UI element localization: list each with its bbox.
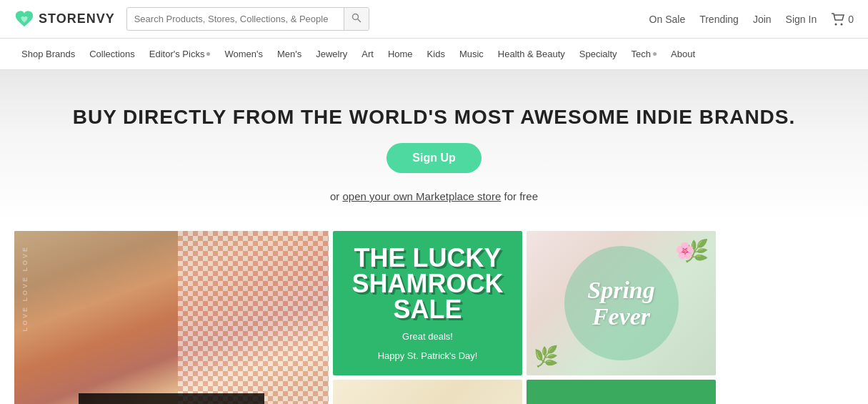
leaf-bottom-left: 🌿 (534, 345, 559, 368)
nav-jewelry[interactable]: Jewelry (309, 39, 354, 69)
shamrock-bottom-banner[interactable]: 🍀 🍀 (527, 380, 716, 404)
search-input[interactable] (127, 9, 344, 29)
logo-icon (14, 9, 34, 29)
open-store-link[interactable]: open your own Marketplace store (343, 190, 502, 202)
svg-line-1 (357, 19, 361, 23)
svg-point-0 (352, 14, 358, 20)
on-sale-link[interactable]: On Sale (649, 14, 686, 25)
header: STORENVY On Sale Trending Join Sign In 0 (0, 0, 868, 39)
nav-art[interactable]: Art (354, 39, 381, 69)
shamrock-line1: THE LUCKY (352, 245, 504, 271)
fashion-banner[interactable]: LOVE LOVE LOVE ● Featured Brands: Fashio… (14, 231, 329, 404)
logo-text: STORENVY (39, 11, 115, 26)
header-right-nav: On Sale Trending Join Sign In 0 (649, 13, 854, 26)
nav-specialty[interactable]: Specialty (572, 39, 624, 69)
search-bar (126, 7, 369, 31)
main-nav: Shop Brands Collections Editor's Picks W… (0, 39, 868, 70)
nav-health-beauty[interactable]: Health & Beauty (491, 39, 572, 69)
join-link[interactable]: Join (753, 14, 772, 25)
spring-banner[interactable]: 🌿 🌿 🌸 Spring Fever (527, 231, 716, 375)
nav-music[interactable]: Music (452, 39, 491, 69)
jewelry-banner[interactable]: 📿 Featured Brands: (333, 380, 522, 404)
hero-sub-pre: or (330, 190, 343, 202)
nav-collections[interactable]: Collections (82, 39, 142, 69)
nav-shop-brands[interactable]: Shop Brands (14, 39, 82, 69)
banner-grid: LOVE LOVE LOVE ● Featured Brands: Fashio… (0, 224, 868, 404)
nav-womens[interactable]: Women's (217, 39, 270, 69)
nav-tech[interactable]: Tech (624, 39, 664, 69)
search-button[interactable] (344, 8, 369, 30)
search-icon (351, 13, 361, 23)
jewelry-bg (333, 380, 522, 404)
sign-in-link[interactable]: Sign In (786, 14, 817, 25)
nav-about[interactable]: About (664, 39, 702, 69)
flower-icon: 🌸 (675, 242, 694, 260)
nav-editors-picks[interactable]: Editor's Picks (142, 39, 218, 69)
hero-headline: BUY DIRECTLY FROM THE WORLD'S MOST AWESO… (14, 106, 854, 129)
hero-content: BUY DIRECTLY FROM THE WORLD'S MOST AWESO… (14, 106, 854, 202)
cart-count: 0 (848, 14, 854, 25)
shamrock-sub1: Great deals! (352, 331, 504, 342)
signup-button[interactable]: Sign Up (386, 143, 481, 173)
shamrock-line2: SHAMROCK (352, 271, 504, 297)
shamrock-sub2: Happy St. Patrick's Day! (352, 350, 504, 361)
tech-dot (653, 52, 657, 56)
cart-icon (831, 13, 845, 26)
hero-section: BUY DIRECTLY FROM THE WORLD'S MOST AWESO… (0, 70, 868, 224)
shamrock-banner[interactable]: THE LUCKY SHAMROCK SALE Great deals! Hap… (333, 231, 522, 375)
hero-subtext: or open your own Marketplace store for f… (14, 190, 854, 202)
nav-kids[interactable]: Kids (420, 39, 452, 69)
editors-picks-dot (206, 52, 210, 56)
trending-link[interactable]: Trending (699, 14, 739, 25)
svg-point-2 (835, 23, 837, 25)
spring-text: Spring Fever (587, 277, 655, 330)
nav-mens[interactable]: Men's (270, 39, 309, 69)
shamrock-bottom-bg: 🍀 🍀 (527, 380, 716, 404)
nav-home[interactable]: Home (381, 39, 420, 69)
spring-circle: Spring Fever (564, 246, 679, 360)
cart-area[interactable]: 0 (831, 13, 854, 26)
logo-link[interactable]: STORENVY (14, 9, 115, 29)
love-text: LOVE LOVE LOVE (21, 245, 29, 332)
shamrock-line3: SALE (352, 297, 504, 322)
hero-sub-post: for free (504, 190, 538, 202)
shamrock-title-block: THE LUCKY SHAMROCK SALE Great deals! Hap… (352, 245, 504, 361)
checkered-pattern (178, 231, 329, 404)
svg-point-3 (841, 23, 843, 25)
fashion-overlay: ● Featured Brands: Fashion Colab Women's… (79, 393, 264, 404)
